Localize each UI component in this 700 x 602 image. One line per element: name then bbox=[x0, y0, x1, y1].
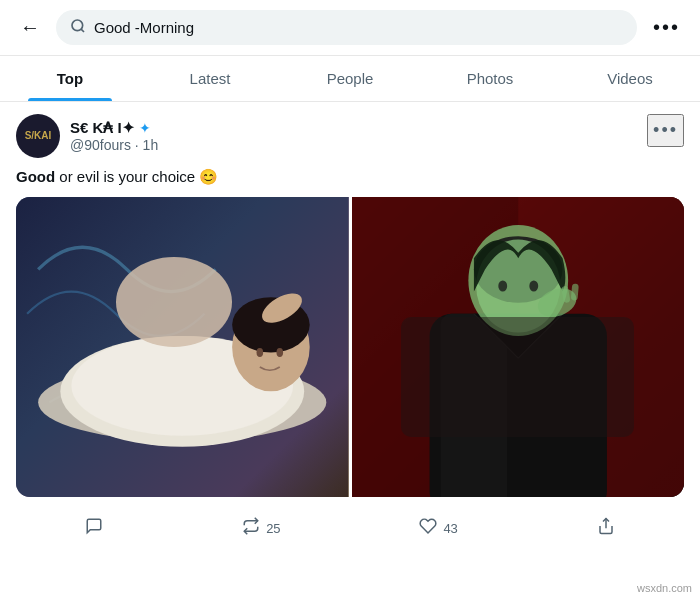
user-name-row: S€ K₳ I✦ ✦ bbox=[70, 119, 158, 137]
tweet-actions: 25 43 bbox=[16, 507, 684, 546]
tweet-images bbox=[16, 197, 684, 497]
tab-top[interactable]: Top bbox=[0, 56, 140, 101]
tab-people[interactable]: People bbox=[280, 56, 420, 101]
user-display-name: S€ K₳ I✦ bbox=[70, 119, 135, 137]
svg-line-1 bbox=[81, 29, 84, 32]
tab-photos[interactable]: Photos bbox=[420, 56, 560, 101]
tab-videos[interactable]: Videos bbox=[560, 56, 700, 101]
heart-icon bbox=[419, 517, 437, 540]
retweet-count: 25 bbox=[266, 521, 280, 536]
tweet-image-right[interactable] bbox=[352, 197, 685, 497]
tweet-text: Good or evil is your choice 😊 bbox=[16, 166, 684, 187]
tweet-image-left[interactable] bbox=[16, 197, 349, 497]
retweet-button[interactable]: 25 bbox=[236, 511, 286, 546]
reply-button[interactable] bbox=[79, 511, 109, 546]
tweet-header: S/KAI S€ K₳ I✦ ✦ @90fours · 1h ••• bbox=[16, 114, 684, 158]
verified-icon: ✦ bbox=[139, 120, 151, 136]
reply-icon bbox=[85, 517, 103, 540]
search-icon bbox=[70, 18, 86, 37]
avatar: S/KAI bbox=[16, 114, 60, 158]
user-handle-time: @90fours · 1h bbox=[70, 137, 158, 153]
search-bar[interactable]: Good -Morning bbox=[56, 10, 637, 45]
svg-point-19 bbox=[498, 281, 507, 292]
back-button[interactable]: ← bbox=[16, 12, 44, 43]
like-button[interactable]: 43 bbox=[413, 511, 463, 546]
retweet-icon bbox=[242, 517, 260, 540]
user-info: S€ K₳ I✦ ✦ @90fours · 1h bbox=[70, 119, 158, 153]
avatar-initials: S/KAI bbox=[25, 130, 52, 142]
like-count: 43 bbox=[443, 521, 457, 536]
tweet-text-rest: or evil is your choice 😊 bbox=[55, 168, 218, 185]
tweet-user: S/KAI S€ K₳ I✦ ✦ @90fours · 1h bbox=[16, 114, 158, 158]
watermark: wsxdn.com bbox=[637, 582, 692, 594]
svg-point-0 bbox=[72, 20, 83, 31]
share-icon bbox=[597, 517, 615, 540]
share-button[interactable] bbox=[591, 511, 621, 546]
tweet-text-bold: Good bbox=[16, 168, 55, 185]
tab-latest[interactable]: Latest bbox=[140, 56, 280, 101]
svg-point-10 bbox=[276, 348, 283, 357]
header: ← Good -Morning ••• bbox=[0, 0, 700, 56]
svg-rect-15 bbox=[440, 314, 507, 497]
svg-point-20 bbox=[529, 281, 538, 292]
tweet-card: S/KAI S€ K₳ I✦ ✦ @90fours · 1h ••• Good … bbox=[0, 102, 700, 558]
search-query-text: Good -Morning bbox=[94, 19, 194, 36]
more-options-button[interactable]: ••• bbox=[649, 12, 684, 43]
tab-bar: Top Latest People Photos Videos bbox=[0, 56, 700, 102]
tweet-more-button[interactable]: ••• bbox=[647, 114, 684, 147]
svg-point-9 bbox=[257, 348, 264, 357]
